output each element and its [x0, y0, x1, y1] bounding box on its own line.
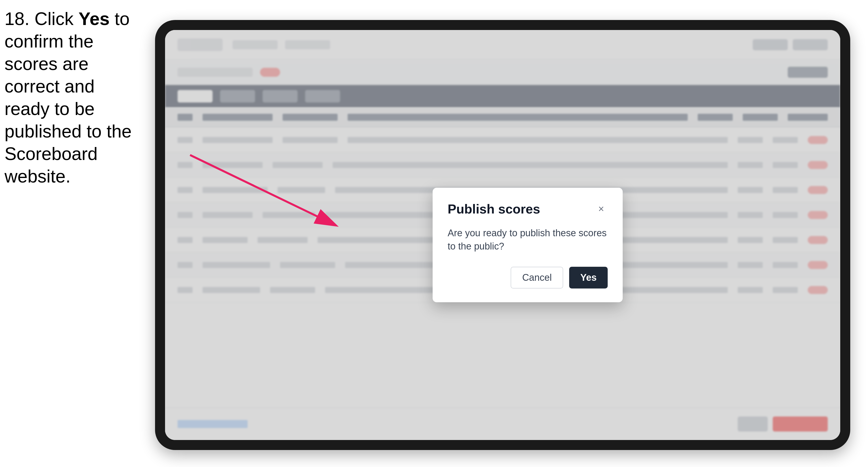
step-number: 18. [4, 9, 30, 29]
modal-yes-button[interactable]: Yes [569, 267, 608, 288]
modal-body-text: Are you ready to publish these scores to… [447, 226, 608, 253]
instruction-part2: to confirm the scores are correct and re… [4, 9, 131, 186]
instruction-part1: Click [30, 9, 79, 29]
modal-title: Publish scores [447, 201, 540, 217]
modal-overlay: Publish scores × Are you ready to publis… [165, 30, 840, 440]
modal-close-button[interactable]: × [595, 203, 608, 216]
instruction-text: 18. Click Yes to confirm the scores are … [4, 7, 145, 187]
modal-header: Publish scores × [447, 201, 608, 217]
modal-dialog: Publish scores × Are you ready to publis… [433, 188, 623, 302]
tablet-screen: Publish scores × Are you ready to publis… [165, 30, 840, 440]
modal-cancel-button[interactable]: Cancel [510, 267, 563, 288]
modal-footer: Cancel Yes [447, 267, 608, 288]
instruction-bold: Yes [79, 9, 110, 29]
tablet-device: Publish scores × Are you ready to publis… [155, 20, 850, 450]
